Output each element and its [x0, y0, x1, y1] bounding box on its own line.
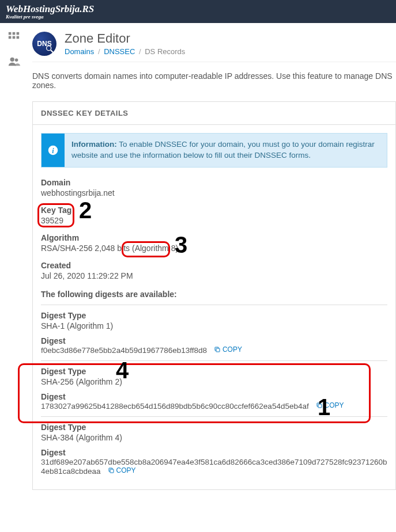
- svg-rect-2: [17, 32, 20, 35]
- algorithm-label: Algorithm: [41, 233, 387, 242]
- brand-name: WebHostingSrbija.RS: [6, 3, 94, 14]
- breadcrumb-domains[interactable]: Domains: [65, 47, 94, 56]
- breadcrumb-dnssec[interactable]: DNSSEC: [104, 47, 135, 56]
- info-callout-strong: Information:: [71, 140, 117, 149]
- keytag-label: Key Tag: [41, 206, 387, 215]
- domain-value: webhostingsrbija.net: [41, 188, 387, 197]
- digest-type-value: SHA-384 (Algorithm 4): [41, 433, 387, 442]
- keytag-value: 39529: [41, 216, 387, 225]
- digest-type-label: Digest Type: [41, 367, 387, 376]
- digest-value: 31df689e207ab657dbe558cb8a206947ea4e3f58…: [41, 458, 387, 476]
- svg-rect-1: [13, 32, 16, 35]
- panel-title: DNSSEC KEY DETAILS: [33, 102, 395, 125]
- page-title: Zone Editor: [65, 31, 185, 46]
- digests-subtitle: The following digests are available:: [41, 290, 387, 299]
- copy-button[interactable]: COPY: [214, 345, 242, 354]
- page-header: DNS Zone Editor Domains / DNSSEC / DS Re…: [32, 28, 396, 62]
- svg-rect-13: [318, 404, 322, 408]
- users-icon[interactable]: [7, 55, 20, 68]
- digest-label: Digest: [41, 448, 387, 457]
- copy-icon: [108, 467, 115, 474]
- copy-icon: [316, 402, 323, 409]
- brand-logo: WebHostingSrbija.RS Kvalitet pre svega: [6, 4, 94, 20]
- copy-button[interactable]: COPY: [316, 401, 344, 409]
- digest-type-value: SHA-256 (Algorithm 2): [41, 377, 387, 386]
- svg-point-8: [47, 45, 51, 50]
- digest-type-label: Digest Type: [41, 423, 387, 432]
- svg-rect-3: [9, 36, 12, 39]
- grid-apps-icon[interactable]: [7, 31, 20, 44]
- digest-label: Digest: [41, 336, 387, 345]
- svg-rect-12: [216, 348, 220, 352]
- digest-value: f0ebc3d86e778e5bb2a4b59d1967786eb13ff8d8: [41, 346, 207, 355]
- digest-block-1: Digest Type SHA-1 (Algorithm 1) Digest f…: [41, 305, 387, 355]
- svg-rect-14: [110, 469, 114, 473]
- sidebar: [0, 23, 28, 496]
- digest-block-2: Digest Type SHA-256 (Algorithm 2) Digest…: [41, 360, 387, 411]
- breadcrumb: Domains / DNSSEC / DS Records: [65, 47, 185, 56]
- top-bar: WebHostingSrbija.RS Kvalitet pre svega: [0, 0, 396, 23]
- digest-type-value: SHA-1 (Algorithm 1): [41, 321, 387, 330]
- svg-point-7: [15, 59, 18, 62]
- breadcrumb-current: DS Records: [145, 47, 185, 56]
- copy-button[interactable]: COPY: [108, 466, 136, 474]
- digest-block-3: Digest Type SHA-384 (Algorithm 4) Digest…: [41, 416, 387, 476]
- domain-label: Domain: [41, 178, 387, 187]
- intro-text: DNS converts domain names into computer-…: [32, 71, 396, 90]
- dnssec-panel: DNSSEC KEY DETAILS i Information: To ena…: [32, 101, 396, 490]
- digest-type-label: Digest Type: [41, 311, 387, 320]
- info-icon: i: [42, 134, 65, 167]
- magnifier-icon: [45, 44, 54, 54]
- created-label: Created: [41, 261, 387, 270]
- copy-icon: [214, 346, 221, 353]
- svg-line-9: [51, 50, 53, 52]
- svg-rect-0: [9, 32, 12, 35]
- svg-point-6: [10, 58, 14, 62]
- zone-editor-app-icon: DNS: [32, 32, 56, 56]
- svg-rect-5: [17, 36, 20, 39]
- info-callout-text: Information: To enable DNSSEC for your d…: [65, 134, 387, 167]
- svg-rect-4: [13, 36, 16, 39]
- algorithm-value: RSA/SHA-256 2,048 bits (Algorithm 8): [41, 244, 387, 253]
- info-callout: i Information: To enable DNSSEC for your…: [41, 133, 387, 168]
- brand-tagline: Kvalitet pre svega: [6, 14, 94, 20]
- digest-value: 1783027a99625b41288ecb654d156d89bdb5b6c9…: [41, 402, 309, 411]
- digest-label: Digest: [41, 392, 387, 401]
- created-value: Jul 26, 2020 11:29:22 PM: [41, 271, 387, 280]
